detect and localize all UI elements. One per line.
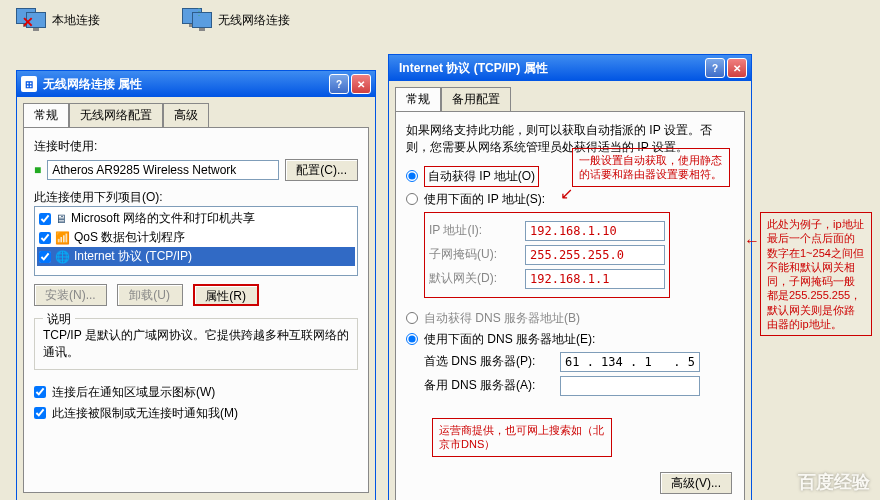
dns2-field[interactable] (560, 376, 700, 396)
annotation: 此处为例子，ip地址最后一个点后面的数字在1~254之间但不能和默认网关相同，子… (760, 212, 872, 336)
titlebar[interactable]: Internet 协议 (TCP/IP) 属性 ? ✕ (389, 55, 751, 81)
gw-field[interactable] (525, 269, 665, 289)
help-button[interactable]: ? (705, 58, 725, 78)
list-item[interactable]: 📶QoS 数据包计划程序 (37, 228, 355, 247)
dialog-title: 无线网络连接 属性 (43, 76, 327, 93)
show-icon-checkbox[interactable] (34, 386, 46, 398)
desc-label: 说明 (43, 311, 75, 328)
radio-use-ip[interactable] (406, 193, 418, 205)
app-icon: ⊞ (21, 76, 37, 92)
mask-field[interactable] (525, 245, 665, 265)
tab-wireless[interactable]: 无线网络配置 (69, 103, 163, 127)
radio-auto-ip[interactable] (406, 170, 418, 182)
checkbox[interactable] (39, 251, 51, 263)
uninstall-button[interactable]: 卸载(U) (117, 284, 183, 306)
protocol-list[interactable]: 🖥Microsoft 网络的文件和打印机共享 📶QoS 数据包计划程序 🌐Int… (34, 206, 358, 276)
titlebar[interactable]: ⊞ 无线网络连接 属性 ? ✕ (17, 71, 375, 97)
radio-use-dns[interactable] (406, 333, 418, 345)
dns2-label: 备用 DNS 服务器(A): (424, 377, 554, 394)
x-icon: ✕ (22, 14, 34, 30)
annotation: 一般设置自动获取，使用静态的话要和路由器设置要相符。 (572, 148, 730, 187)
dns1-field[interactable] (560, 352, 700, 372)
tab-alt[interactable]: 备用配置 (441, 87, 511, 111)
dialog-title: Internet 协议 (TCP/IP) 属性 (399, 60, 703, 77)
tab-general[interactable]: 常规 (23, 103, 69, 127)
notify-label: 此连接被限制或无连接时通知我(M) (52, 405, 238, 422)
items-label: 此连接使用下列项目(O): (34, 189, 358, 206)
tab-general[interactable]: 常规 (395, 87, 441, 111)
auto-dns-label: 自动获得 DNS 服务器地址(B) (424, 310, 580, 327)
advanced-button[interactable]: 高级(V)... (660, 472, 732, 494)
annotation: 运营商提供，也可网上搜索如（北京市DNS） (432, 418, 612, 457)
checkbox[interactable] (39, 213, 51, 225)
properties-button[interactable]: 属性(R) (193, 284, 259, 306)
mask-label: 子网掩码(U): (429, 246, 519, 263)
radio-auto-dns[interactable] (406, 312, 418, 324)
list-item[interactable]: 🖥Microsoft 网络的文件和打印机共享 (37, 209, 355, 228)
ip-field[interactable] (525, 221, 665, 241)
dialog-connection-props: ⊞ 无线网络连接 属性 ? ✕ 常规 无线网络配置 高级 连接时使用: ■ 配置… (16, 70, 376, 500)
watermark: 百度经验 (798, 470, 870, 494)
ip-label: IP 地址(I): (429, 222, 519, 239)
close-button[interactable]: ✕ (351, 74, 371, 94)
network-icon: ✕ (14, 6, 46, 34)
wireless-icon: ⋮ (180, 6, 212, 34)
wireless-conn-label: 无线网络连接 (218, 12, 290, 29)
use-dns-label: 使用下面的 DNS 服务器地址(E): (424, 331, 595, 348)
dns1-label: 首选 DNS 服务器(P): (424, 353, 554, 370)
adapter-field[interactable] (47, 160, 279, 180)
desktop-icon-wireless[interactable]: ⋮ 无线网络连接 (180, 6, 290, 34)
tab-advanced[interactable]: 高级 (163, 103, 209, 127)
arrow-icon: ↙ (560, 184, 573, 203)
connect-using-label: 连接时使用: (34, 138, 358, 155)
show-icon-label: 连接后在通知区域显示图标(W) (52, 384, 215, 401)
desc-text: TCP/IP 是默认的广域网协议。它提供跨越多种互联网络的通讯。 (43, 327, 349, 361)
desktop-icon-local[interactable]: ✕ 本地连接 (14, 6, 100, 34)
close-button[interactable]: ✕ (727, 58, 747, 78)
arrow-icon: ← (744, 232, 760, 250)
gw-label: 默认网关(D): (429, 270, 519, 287)
help-button[interactable]: ? (329, 74, 349, 94)
list-item-selected[interactable]: 🌐Internet 协议 (TCP/IP) (37, 247, 355, 266)
wifi-waves-icon: ⋮ (194, 6, 204, 17)
install-button[interactable]: 安装(N)... (34, 284, 107, 306)
auto-ip-label: 自动获得 IP 地址(O) (424, 166, 539, 187)
checkbox[interactable] (39, 232, 51, 244)
local-conn-label: 本地连接 (52, 12, 100, 29)
use-ip-label: 使用下面的 IP 地址(S): (424, 191, 545, 208)
configure-button[interactable]: 配置(C)... (285, 159, 358, 181)
notify-checkbox[interactable] (34, 407, 46, 419)
